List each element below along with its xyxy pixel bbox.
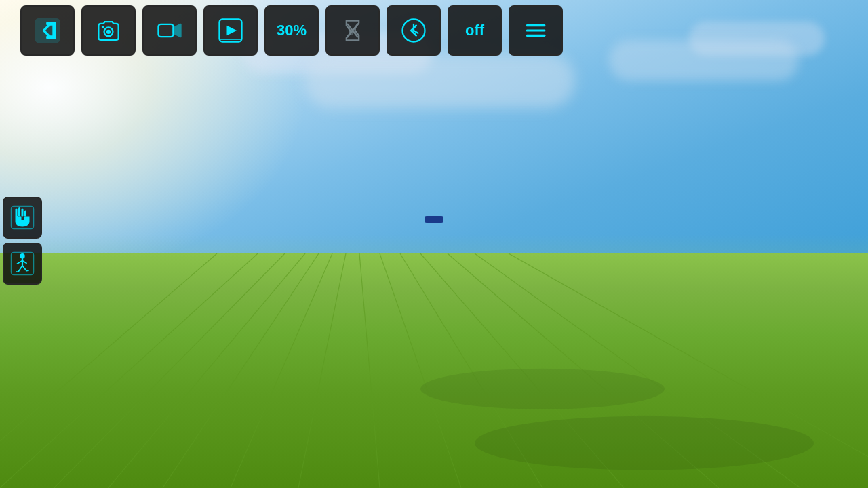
hand-icon: [10, 205, 35, 230]
grass-lines: [0, 253, 868, 488]
off-label: off: [465, 22, 484, 39]
off-button[interactable]: off: [448, 5, 502, 56]
svg-rect-19: [52, 22, 56, 39]
left-toolbar: [3, 197, 42, 285]
video-button[interactable]: [142, 5, 197, 56]
svg-line-43: [18, 266, 22, 272]
svg-point-15: [475, 416, 814, 470]
svg-rect-36: [22, 209, 24, 217]
back-button[interactable]: [387, 5, 441, 56]
back-icon: [399, 16, 429, 45]
svg-rect-34: [16, 209, 18, 217]
blue-object: [425, 216, 443, 223]
toolbar: 30% off: [20, 5, 848, 56]
walk-button[interactable]: [3, 243, 42, 285]
svg-line-6: [298, 253, 346, 488]
scene-background: [0, 0, 868, 488]
svg-line-0: [0, 253, 217, 488]
svg-point-21: [106, 30, 111, 34]
svg-rect-35: [18, 207, 20, 217]
video-icon: [155, 16, 184, 45]
walk-icon: [10, 251, 35, 276]
svg-line-1: [0, 253, 258, 488]
svg-point-14: [420, 369, 665, 409]
svg-line-3: [108, 253, 305, 488]
cloud2: [304, 54, 575, 108]
svg-rect-23: [159, 24, 174, 37]
play-icon: [216, 16, 245, 45]
camera-button[interactable]: [81, 5, 136, 56]
svg-line-2: [54, 253, 285, 488]
exit-button[interactable]: [20, 5, 75, 56]
play-button[interactable]: [203, 5, 258, 56]
hourglass-icon: [338, 16, 368, 45]
svg-line-5: [231, 253, 332, 488]
exit-icon: [33, 16, 62, 45]
svg-line-8: [380, 253, 461, 488]
hourglass-button[interactable]: [326, 5, 380, 56]
svg-line-4: [163, 253, 319, 488]
menu-button[interactable]: [509, 5, 563, 56]
svg-rect-22: [102, 26, 104, 28]
menu-icon: [521, 16, 551, 45]
svg-line-44: [22, 266, 26, 271]
svg-line-7: [359, 253, 380, 488]
percent-label: 30%: [277, 22, 307, 39]
percent-button[interactable]: 30%: [264, 5, 319, 56]
svg-rect-37: [24, 211, 26, 217]
camera-icon: [94, 16, 123, 45]
hand-button[interactable]: [3, 197, 42, 239]
